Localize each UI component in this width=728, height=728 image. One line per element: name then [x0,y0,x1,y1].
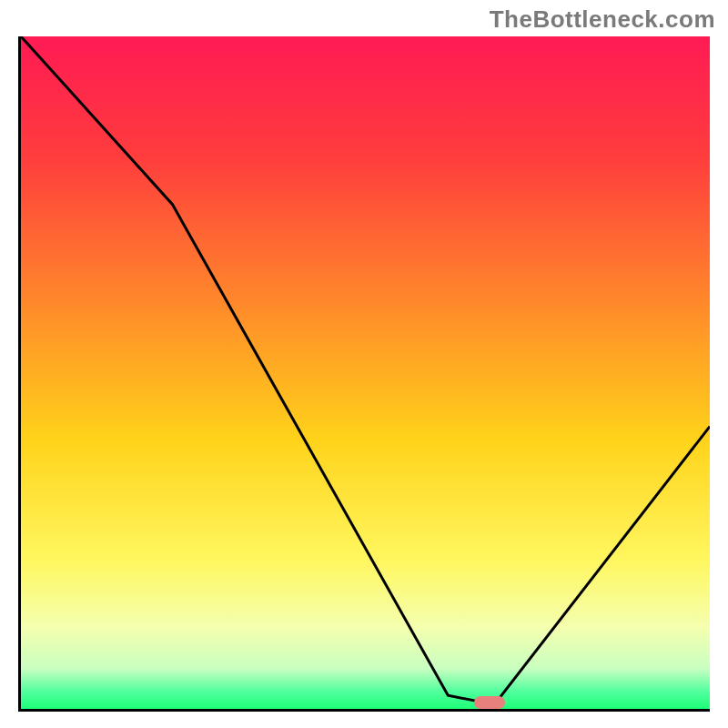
chart-container: TheBottleneck.com [0,0,728,728]
watermark-label: TheBottleneck.com [490,5,715,34]
plot-area [18,36,710,712]
bottleneck-curve [21,36,710,709]
optimal-marker [474,696,505,709]
